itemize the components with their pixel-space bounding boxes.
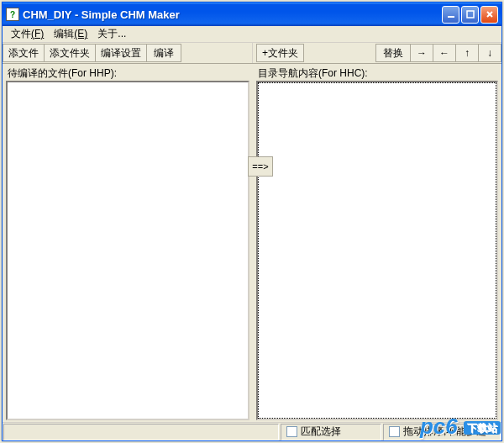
statusbar: 匹配选择 拖动排序,不能多选 xyxy=(3,422,501,440)
content-area: 待编译的文件(For HHP): 目录导航内容(For HHC): ==> xyxy=(3,64,501,422)
left-pane-label: 待编译的文件(For HHP): xyxy=(6,66,249,81)
toolbar: 添文件 添文件夹 编译设置 编译 +文件夹 替换 → ← ↑ ↓ xyxy=(3,43,501,64)
app-window: ? CHM_DIY - Simple CHM Maker 文件(F) 编辑(E)… xyxy=(2,2,502,441)
move-left-button[interactable]: ← xyxy=(433,44,456,62)
add-file-button[interactable]: 添文件 xyxy=(3,44,45,62)
right-pane: 目录导航内容(For HHC): xyxy=(253,64,501,422)
menu-edit[interactable]: 编辑(E) xyxy=(49,25,92,43)
toc-listbox[interactable] xyxy=(256,81,498,420)
svg-rect-0 xyxy=(448,16,454,18)
drag-hint-label: 拖动排序,不能多选 xyxy=(403,425,486,439)
minimize-button[interactable] xyxy=(442,6,459,24)
drag-hint-checkbox[interactable] xyxy=(389,426,400,437)
match-select-label: 匹配选择 xyxy=(301,425,341,439)
maximize-button[interactable] xyxy=(461,6,479,24)
add-folder-button[interactable]: 添文件夹 xyxy=(44,44,96,62)
move-up-button[interactable]: ↑ xyxy=(455,44,479,62)
move-down-button[interactable]: ↓ xyxy=(478,44,501,62)
maximize-icon xyxy=(466,10,475,18)
status-left xyxy=(3,424,279,440)
menu-file-label: 文件 xyxy=(11,28,31,40)
left-pane: 待编译的文件(For HHP): xyxy=(3,64,253,422)
move-right-button[interactable]: → xyxy=(410,44,433,62)
files-listbox[interactable] xyxy=(6,81,249,420)
window-controls xyxy=(442,6,498,24)
titlebar[interactable]: ? CHM_DIY - Simple CHM Maker xyxy=(3,3,501,26)
app-icon: ? xyxy=(6,8,19,21)
status-drag-hint: 拖动排序,不能多选 xyxy=(383,424,501,440)
match-select-checkbox[interactable] xyxy=(286,426,297,437)
menu-about[interactable]: 关于... xyxy=(92,25,131,43)
close-icon xyxy=(486,10,494,18)
compile-button[interactable]: 编译 xyxy=(146,44,181,62)
menu-file[interactable]: 文件(F) xyxy=(6,25,49,43)
minimize-icon xyxy=(447,10,455,18)
window-title: CHM_DIY - Simple CHM Maker xyxy=(23,8,442,21)
close-button[interactable] xyxy=(480,6,498,24)
plus-folder-button[interactable]: +文件夹 xyxy=(256,44,304,62)
menubar: 文件(F) 编辑(E) 关于... xyxy=(3,26,501,43)
replace-button[interactable]: 替换 xyxy=(375,44,411,62)
right-pane-label: 目录导航内容(For HHC): xyxy=(256,66,498,81)
toolbar-left: 添文件 添文件夹 编译设置 编译 xyxy=(3,43,253,63)
transfer-button[interactable]: ==> xyxy=(248,156,273,177)
svg-rect-1 xyxy=(467,11,474,18)
menu-file-accel: (F) xyxy=(31,28,44,40)
status-match-select[interactable]: 匹配选择 xyxy=(281,424,381,440)
menu-edit-label: 编辑 xyxy=(54,28,74,40)
toolbar-right: +文件夹 替换 → ← ↑ ↓ xyxy=(253,43,501,63)
compile-settings-button[interactable]: 编译设置 xyxy=(95,44,147,62)
menu-edit-accel: (E) xyxy=(74,28,87,40)
